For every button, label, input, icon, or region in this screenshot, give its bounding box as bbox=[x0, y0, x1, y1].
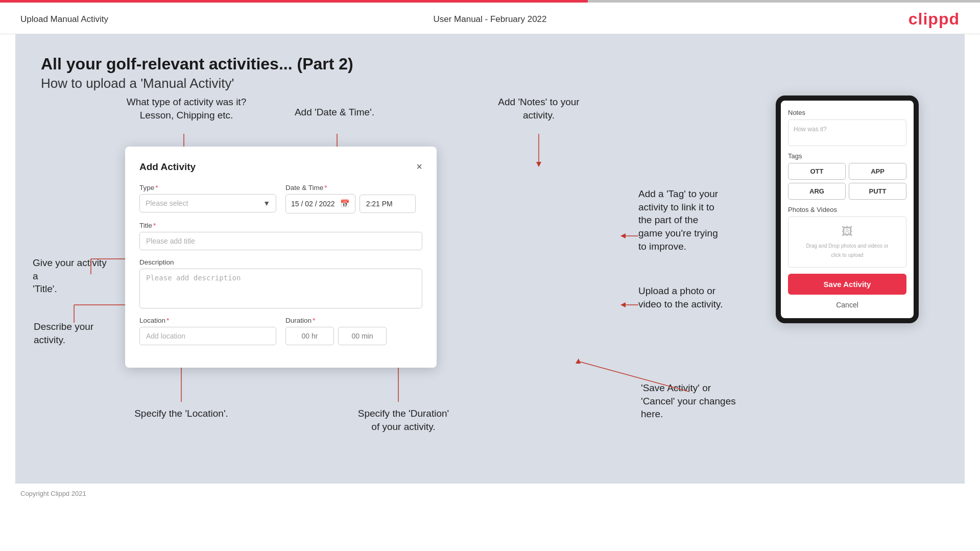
annotation-duration: Specify the 'Duration' of your activity. bbox=[332, 407, 475, 433]
copyright-text: Copyright Clippd 2021 bbox=[20, 490, 86, 497]
date-value: 15 / 02 / 2022 bbox=[291, 200, 335, 208]
type-select-wrapper: ▼ Please select bbox=[139, 194, 276, 212]
logo: clippd bbox=[909, 10, 960, 29]
tags-section: Tags OTT APP ARG PUTT bbox=[788, 152, 906, 200]
tag-ott[interactable]: OTT bbox=[788, 163, 846, 180]
svg-marker-22 bbox=[576, 358, 581, 364]
calendar-icon: 📅 bbox=[340, 199, 350, 208]
title-input[interactable] bbox=[139, 232, 422, 250]
annotation-save-cancel: 'Save Activity' or 'Cancel' your changes… bbox=[641, 381, 774, 421]
svg-marker-20 bbox=[620, 302, 626, 307]
main-subheading: How to upload a 'Manual Activity' bbox=[41, 76, 939, 91]
date-time-row: 15 / 02 / 2022 📅 bbox=[285, 194, 422, 213]
svg-marker-16 bbox=[536, 162, 541, 167]
minutes-input[interactable] bbox=[338, 327, 387, 345]
hours-input[interactable] bbox=[285, 327, 334, 345]
description-textarea[interactable] bbox=[139, 269, 422, 308]
description-label: Description bbox=[139, 258, 422, 266]
location-label: Location* bbox=[139, 317, 276, 324]
dialog-close-button[interactable]: × bbox=[416, 161, 422, 173]
type-datetime-row: Type* ▼ Please select Date & Time* 15 / … bbox=[139, 184, 422, 213]
type-group: Type* ▼ Please select bbox=[139, 184, 276, 213]
location-input[interactable] bbox=[139, 327, 276, 345]
annotation-upload: Upload a photo or video to the activity. bbox=[638, 284, 761, 310]
tags-grid: OTT APP ARG PUTT bbox=[788, 163, 906, 200]
photos-upload-area[interactable]: 🖼 Drag and Drop photos and videos or cli… bbox=[788, 217, 906, 268]
date-input-wrapper[interactable]: 15 / 02 / 2022 📅 bbox=[285, 194, 355, 213]
svg-marker-18 bbox=[620, 233, 626, 238]
notes-label: Notes bbox=[788, 109, 906, 116]
duration-inputs bbox=[285, 327, 422, 345]
photos-label: Photos & Videos bbox=[788, 206, 906, 213]
time-input[interactable] bbox=[360, 195, 416, 213]
description-group: Description bbox=[139, 258, 422, 308]
title-group: Title* bbox=[139, 222, 422, 250]
phone-inner: Notes How was it? Tags OTT APP ARG PUTT … bbox=[781, 101, 914, 318]
annotation-location: Specify the 'Location'. bbox=[117, 407, 245, 420]
notes-area[interactable]: How was it? bbox=[788, 119, 906, 146]
annotation-notes: Add 'Notes' to your activity. bbox=[477, 95, 600, 122]
dialog-header: Add Activity × bbox=[139, 161, 422, 173]
tags-label: Tags bbox=[788, 152, 906, 160]
annotation-tag: Add a 'Tag' to your activity to link it … bbox=[638, 187, 766, 253]
notes-placeholder: How was it? bbox=[794, 126, 827, 133]
tag-app[interactable]: APP bbox=[849, 163, 906, 180]
cancel-link[interactable]: Cancel bbox=[788, 299, 906, 311]
datetime-label: Date & Time* bbox=[285, 184, 422, 191]
duration-label: Duration* bbox=[285, 317, 422, 324]
title-label: Title* bbox=[139, 222, 422, 229]
upload-icon: 🖼 bbox=[793, 225, 902, 238]
annotation-title: Give your activity a 'Title'. bbox=[33, 256, 114, 296]
top-bar: Upload Manual Activity User Manual - Feb… bbox=[0, 3, 980, 34]
duration-group: Duration* bbox=[285, 317, 422, 345]
manual-label: User Manual - February 2022 bbox=[433, 14, 546, 25]
page-label: Upload Manual Activity bbox=[20, 14, 108, 25]
phone-mockup: Notes How was it? Tags OTT APP ARG PUTT … bbox=[776, 95, 919, 323]
datetime-group: Date & Time* 15 / 02 / 2022 📅 bbox=[285, 184, 422, 213]
annotation-type: What type of activity was it? Lesson, Ch… bbox=[123, 95, 250, 122]
annotation-describe: Describe your activity. bbox=[34, 320, 110, 346]
photos-upload-text: Drag and Drop photos and videos or click… bbox=[806, 243, 888, 258]
type-select[interactable] bbox=[139, 194, 276, 212]
tag-putt[interactable]: PUTT bbox=[849, 183, 906, 200]
save-activity-button[interactable]: Save Activity bbox=[788, 274, 906, 295]
dialog-title: Add Activity bbox=[139, 161, 196, 173]
type-label: Type* bbox=[139, 184, 276, 191]
photos-section: Photos & Videos 🖼 Drag and Drop photos a… bbox=[788, 206, 906, 268]
location-duration-row: Location* Duration* bbox=[139, 317, 422, 345]
add-activity-dialog: Add Activity × Type* ▼ Please select bbox=[125, 147, 437, 368]
annotation-datetime: Add 'Date & Time'. bbox=[281, 106, 388, 119]
footer: Copyright Clippd 2021 bbox=[0, 484, 980, 504]
main-heading: All your golf-relevant activities... (Pa… bbox=[41, 55, 939, 74]
main-content: All your golf-relevant activities... (Pa… bbox=[15, 34, 965, 484]
tag-arg[interactable]: ARG bbox=[788, 183, 846, 200]
location-group: Location* bbox=[139, 317, 276, 345]
